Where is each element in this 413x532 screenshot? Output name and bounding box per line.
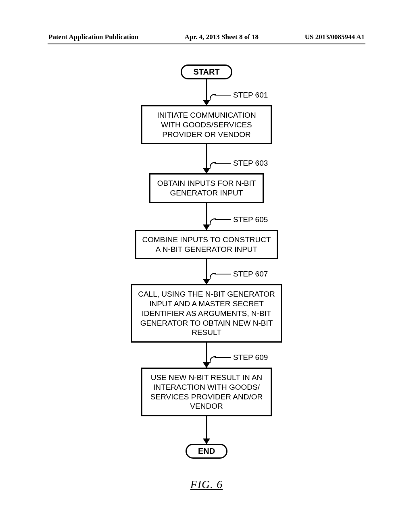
step-label: STEP 607 xyxy=(233,270,268,278)
page-header: Patent Application Publication Apr. 4, 2… xyxy=(48,33,365,41)
arrow: STEP 603 xyxy=(138,144,275,173)
header-right: US 2013/0085944 A1 xyxy=(305,33,365,41)
start-terminator: START xyxy=(181,64,232,79)
arrow: STEP 605 xyxy=(138,203,275,230)
step-label: STEP 601 xyxy=(233,91,268,100)
header-left: Patent Application Publication xyxy=(48,33,138,41)
process-box: OBTAIN INPUTS FOR N-BIT GENERATOR INPUT xyxy=(149,173,264,203)
arrow: STEP 601 xyxy=(138,79,275,105)
process-box: COMBINE INPUTS TO CONSTRUCT A N-BIT GENE… xyxy=(135,230,278,260)
arrow xyxy=(138,416,275,444)
header-rule xyxy=(48,44,365,44)
process-box: CALL, USING THE N-BIT GENERATOR INPUT AN… xyxy=(131,284,282,343)
process-box: INITIATE COMMUNICATION WITH GOODS/SERVIC… xyxy=(141,105,272,144)
patent-page: Patent Application Publication Apr. 4, 2… xyxy=(0,0,413,532)
arrow: STEP 607 xyxy=(138,259,275,284)
figure-label: FIG. 6 xyxy=(190,478,223,491)
header-mid: Apr. 4, 2013 Sheet 8 of 18 xyxy=(185,33,259,41)
step-label: STEP 609 xyxy=(233,353,268,362)
step-label: STEP 603 xyxy=(233,159,268,168)
flowchart: START STEP 601 INITIATE COMMUNICATION WI… xyxy=(0,64,413,491)
arrow: STEP 609 xyxy=(138,343,275,368)
end-terminator: END xyxy=(186,444,227,459)
step-label: STEP 605 xyxy=(233,215,268,224)
process-box: USE NEW N-BIT RESULT IN AN INTERACTION W… xyxy=(141,368,272,416)
